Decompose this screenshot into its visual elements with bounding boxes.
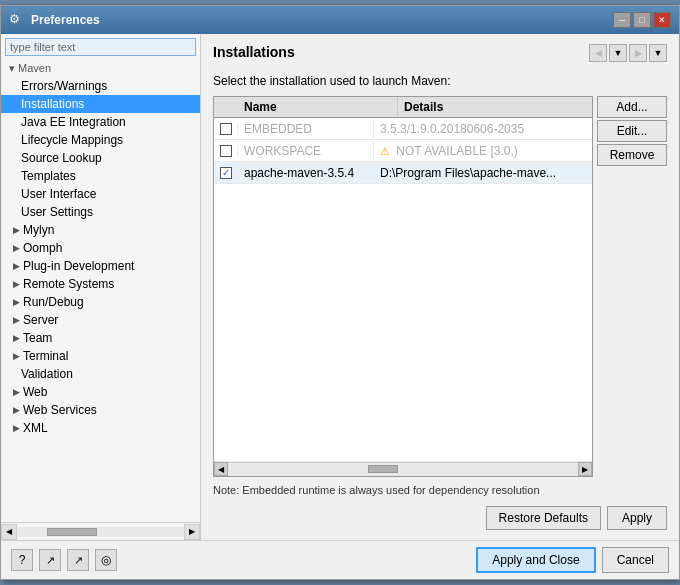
h-scroll-track[interactable] [17,527,184,537]
sidebar-item-plug-in-dev[interactable]: ▶ Plug-in Development [1,257,200,275]
main-description: Select the installation used to launch M… [213,74,667,88]
chevron-right-icon: ▶ [13,261,20,271]
settings-button[interactable]: ◎ [95,549,117,571]
filter-input[interactable] [5,38,196,56]
forward-button[interactable]: ▶ [629,44,647,62]
main-panel: Installations ◀ ▼ ▶ ▼ Select the install… [201,34,679,540]
dialog-icon: ⚙ [9,12,25,28]
table-scroll-left[interactable]: ◀ [214,462,228,476]
chevron-right-icon: ▶ [13,243,20,253]
bottom-buttons: Apply and Close Cancel [476,547,669,573]
table-row[interactable]: ✓ apache-maven-3.5.4 D:\Program Files\ap… [214,162,592,184]
nav-dropdown-button[interactable]: ▼ [609,44,627,62]
sidebar-item-label: Run/Debug [23,295,84,309]
table-row[interactable]: EMBEDDED 3.5.3/1.9.0.20180606-2035 [214,118,592,140]
chevron-right-icon: ▶ [13,351,20,361]
close-button[interactable]: ✕ [653,12,671,28]
sidebar-item-remote-systems[interactable]: ▶ Remote Systems [1,275,200,293]
add-button[interactable]: Add... [597,96,667,118]
row-checkbox[interactable] [214,123,238,135]
apply-button[interactable]: Apply [607,506,667,530]
sidebar-item-label: Web Services [23,403,97,417]
sidebar-item-label: Web [23,385,47,399]
title-controls: ─ □ ✕ [613,12,671,28]
sidebar-item-xml[interactable]: ▶ XML [1,419,200,437]
sidebar-item-templates[interactable]: Templates [1,167,200,185]
table-h-scrollbar: ◀ ▶ [214,462,592,476]
sidebar-item-installations[interactable]: Installations [1,95,200,113]
apply-and-close-button[interactable]: Apply and Close [476,547,595,573]
checkbox-embedded[interactable] [220,123,232,135]
sidebar-item-terminal[interactable]: ▶ Terminal [1,347,200,365]
installations-table: Name Details EMBEDDED 3.5.3/1.9.0.201806… [213,96,593,477]
sidebar-item-errors-warnings[interactable]: Errors/Warnings [1,77,200,95]
help-button[interactable]: ? [11,549,33,571]
sidebar-item-validation[interactable]: Validation [1,365,200,383]
table-row[interactable]: WORKSPACE ⚠ NOT AVAILABLE [3.0,) [214,140,592,162]
sidebar-item-oomph[interactable]: ▶ Oomph [1,239,200,257]
minimize-button[interactable]: ─ [613,12,631,28]
sidebar-item-label: Errors/Warnings [21,79,107,93]
sidebar-item-lifecycle[interactable]: Lifecycle Mappings [1,131,200,149]
tree-area: ▾ Maven Errors/Warnings Installations Ja… [1,60,200,522]
sidebar-item-label: Remote Systems [23,277,114,291]
scroll-right-arrow[interactable]: ▶ [184,524,200,540]
scroll-left-arrow[interactable]: ◀ [1,524,17,540]
bottom-left-icons: ? ↗ ↗ ◎ [11,549,117,571]
sidebar-item-web-services[interactable]: ▶ Web Services [1,401,200,419]
warning-icon: ⚠ [380,145,390,157]
restore-defaults-button[interactable]: Restore Defaults [486,506,601,530]
preferences-dialog: ⚙ Preferences ─ □ ✕ ▾ Maven Errors/Warni… [0,5,680,580]
row-details-apache-maven: D:\Program Files\apache-mave... [374,164,592,182]
remove-button[interactable]: Remove [597,144,667,166]
column-details-header: Details [398,97,592,117]
sidebar-item-server[interactable]: ▶ Server [1,311,200,329]
table-scroll-track[interactable] [230,464,576,474]
chevron-right-icon: ▶ [13,333,20,343]
sidebar-item-label: Java EE Integration [21,115,126,129]
tree-maven-parent[interactable]: ▾ Maven [1,60,200,77]
sidebar-item-mylyn[interactable]: ▶ Mylyn [1,221,200,239]
main-nav: ◀ ▼ ▶ ▼ [589,44,667,62]
row-name-embedded: EMBEDDED [238,120,374,138]
row-details-workspace: ⚠ NOT AVAILABLE [3.0,) [374,142,592,160]
sidebar-item-label: Source Lookup [21,151,102,165]
export1-button[interactable]: ↗ [39,549,61,571]
export2-button[interactable]: ↗ [67,549,89,571]
sidebar-item-java-ee[interactable]: Java EE Integration [1,113,200,131]
back-button[interactable]: ◀ [589,44,607,62]
sidebar-item-label: User Settings [21,205,93,219]
sidebar-item-team[interactable]: ▶ Team [1,329,200,347]
sidebar-item-label: Templates [21,169,76,183]
title-bar: ⚙ Preferences ─ □ ✕ [1,6,679,34]
sidebar-item-label: Mylyn [23,223,54,237]
cancel-button[interactable]: Cancel [602,547,669,573]
chevron-right-icon: ▶ [13,315,20,325]
forward-dropdown-button[interactable]: ▼ [649,44,667,62]
sidebar-item-label: Installations [21,97,84,111]
sidebar-item-label: Terminal [23,349,68,363]
table-header: Name Details [214,97,592,118]
sidebar-item-label: XML [23,421,48,435]
action-row: Restore Defaults Apply [213,506,667,530]
row-name-apache-maven: apache-maven-3.5.4 [238,164,374,182]
sidebar-item-label: User Interface [21,187,96,201]
checkbox-workspace[interactable] [220,145,232,157]
maximize-button[interactable]: □ [633,12,651,28]
chevron-right-icon: ▶ [13,423,20,433]
table-scroll-right[interactable]: ▶ [578,462,592,476]
sidebar-item-user-interface[interactable]: User Interface [1,185,200,203]
sidebar-item-source-lookup[interactable]: Source Lookup [1,149,200,167]
sidebar-scrollbar: ◀ ▶ [1,522,200,540]
sidebar-item-web[interactable]: ▶ Web [1,383,200,401]
checkbox-apache-maven[interactable]: ✓ [220,167,232,179]
edit-button[interactable]: Edit... [597,120,667,142]
sidebar: ▾ Maven Errors/Warnings Installations Ja… [1,34,201,540]
table-actions: Add... Edit... Remove [597,96,667,477]
chevron-right-icon: ▶ [13,297,20,307]
row-checkbox[interactable]: ✓ [214,167,238,179]
bottom-bar: ? ↗ ↗ ◎ Apply and Close Cancel [1,540,679,579]
sidebar-item-user-settings[interactable]: User Settings [1,203,200,221]
sidebar-item-run-debug[interactable]: ▶ Run/Debug [1,293,200,311]
row-checkbox[interactable] [214,145,238,157]
